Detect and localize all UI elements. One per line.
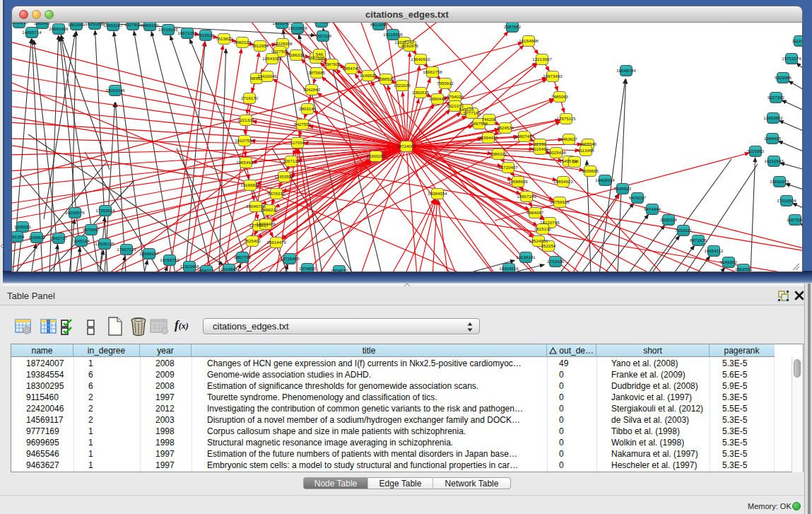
svg-text:1514943: 1514943 — [220, 267, 238, 271]
svg-text:10958107: 10958107 — [139, 251, 159, 256]
svg-text:1733426: 1733426 — [547, 259, 565, 264]
svg-text:9245652: 9245652 — [720, 259, 738, 264]
svg-text:9227342: 9227342 — [767, 95, 785, 100]
svg-text:1112448: 1112448 — [792, 38, 802, 43]
svg-text:6479197: 6479197 — [629, 195, 647, 200]
svg-text:64: 64 — [572, 159, 577, 164]
svg-text:23420046: 23420046 — [257, 74, 277, 78]
svg-text:9146821: 9146821 — [360, 73, 377, 78]
svg-text:2803144: 2803144 — [299, 106, 317, 111]
svg-text:1327602: 1327602 — [124, 23, 142, 27]
svg-text:7386322: 7386322 — [490, 151, 507, 156]
svg-text:10025438: 10025438 — [546, 150, 566, 155]
svg-text:8186328: 8186328 — [288, 52, 305, 57]
svg-text:16251802: 16251802 — [85, 23, 105, 26]
svg-text:16409514: 16409514 — [595, 177, 615, 182]
svg-text:1374853: 1374853 — [299, 266, 317, 271]
svg-text:1615132: 1615132 — [534, 226, 552, 231]
svg-text:7625402: 7625402 — [244, 238, 261, 243]
svg-text:4192876: 4192876 — [401, 43, 419, 48]
svg-text:9329966: 9329966 — [775, 75, 792, 80]
svg-text:2942737: 2942737 — [50, 235, 68, 240]
svg-text:9242843: 9242843 — [303, 87, 321, 92]
svg-text:1145194: 1145194 — [73, 238, 90, 243]
svg-text:15716485: 15716485 — [280, 256, 300, 261]
svg-text:1322035: 1322035 — [394, 83, 411, 88]
svg-text:16210643: 16210643 — [764, 158, 784, 163]
svg-text:7357224: 7357224 — [314, 33, 332, 38]
svg-text:6466160: 6466160 — [141, 23, 159, 28]
svg-text:20206576: 20206576 — [65, 210, 85, 215]
svg-text:19654923: 19654923 — [553, 179, 573, 184]
svg-text:2087682: 2087682 — [504, 24, 522, 29]
svg-text:16033809: 16033809 — [288, 25, 307, 30]
svg-text:2053135: 2053135 — [12, 23, 28, 25]
svg-text:10807487: 10807487 — [514, 134, 534, 139]
svg-text:9639695: 9639695 — [582, 168, 599, 173]
svg-text:19654923: 19654923 — [236, 160, 256, 165]
svg-text:16648784: 16648784 — [616, 68, 636, 73]
svg-text:7955812: 7955812 — [437, 81, 454, 86]
svg-text:3875685: 3875685 — [308, 70, 326, 75]
svg-text:23226058: 23226058 — [273, 41, 293, 46]
svg-text:18304516: 18304516 — [499, 266, 519, 271]
svg-text:1167534: 1167534 — [787, 217, 802, 222]
svg-text:25300293: 25300293 — [366, 153, 386, 158]
svg-text:14136141: 14136141 — [516, 255, 536, 259]
svg-text:9463627: 9463627 — [560, 136, 578, 141]
svg-text:9465546: 9465546 — [579, 141, 597, 146]
svg-text:20691406: 20691406 — [49, 26, 69, 31]
svg-text:18907249: 18907249 — [517, 194, 536, 199]
svg-text:10653267: 10653267 — [103, 23, 123, 28]
svg-text:1965407: 1965407 — [34, 23, 52, 25]
svg-text:16961758: 16961758 — [423, 69, 442, 74]
svg-text:1904637: 1904637 — [331, 268, 348, 271]
svg-text:19218506: 19218506 — [383, 32, 403, 37]
svg-text:18724007: 18724007 — [396, 144, 416, 148]
svg-text:9327509: 9327509 — [271, 49, 289, 54]
svg-text:1990448: 1990448 — [429, 96, 447, 101]
svg-text:12975115: 12975115 — [556, 116, 576, 121]
svg-text:252254: 252254 — [541, 243, 556, 248]
svg-text:1156829: 1156829 — [28, 235, 45, 240]
svg-text:8471676: 8471676 — [690, 238, 707, 243]
svg-text:7485063: 7485063 — [551, 94, 569, 99]
svg-text:7632621: 7632621 — [675, 228, 693, 233]
svg-text:17957223: 17957223 — [117, 247, 136, 252]
svg-text:10719155: 10719155 — [158, 27, 178, 32]
svg-text:9643110: 9643110 — [313, 23, 330, 24]
svg-text:10688609: 10688609 — [508, 179, 528, 184]
svg-text:16107554: 16107554 — [235, 138, 254, 143]
svg-text:3267130: 3267130 — [283, 158, 300, 163]
svg-text:14055714: 14055714 — [22, 30, 42, 35]
svg-text:20364436: 20364436 — [478, 135, 498, 140]
svg-text:19524851: 19524851 — [529, 238, 548, 243]
svg-text:10973493: 10973493 — [543, 74, 563, 78]
svg-text:10543362: 10543362 — [262, 56, 282, 61]
svg-text:12505135: 12505135 — [95, 241, 114, 246]
svg-text:16120746: 16120746 — [540, 220, 560, 225]
svg-text:9975867: 9975867 — [83, 227, 100, 232]
svg-text:8660123: 8660123 — [234, 40, 252, 45]
svg-text:3912954: 3912954 — [252, 43, 269, 48]
svg-text:117004: 117004 — [290, 140, 305, 145]
svg-text:1221339: 1221339 — [237, 117, 255, 122]
svg-text:8454749: 8454749 — [343, 66, 360, 71]
svg-text:9474444: 9474444 — [644, 206, 661, 211]
svg-text:62160: 62160 — [534, 141, 546, 146]
svg-text:16914479: 16914479 — [266, 240, 286, 245]
svg-text:7515526: 7515526 — [197, 33, 215, 37]
svg-text:15692971: 15692971 — [770, 179, 789, 184]
svg-text:2367608: 2367608 — [324, 62, 341, 66]
svg-text:6497568: 6497568 — [471, 121, 488, 126]
svg-text:9684067: 9684067 — [526, 210, 544, 215]
svg-text:1362615: 1362615 — [412, 90, 430, 95]
svg-text:2718170: 2718170 — [241, 95, 259, 100]
svg-text:12353594: 12353594 — [274, 174, 294, 179]
svg-text:9777169: 9777169 — [464, 110, 481, 115]
svg-text:10756928: 10756928 — [550, 199, 570, 204]
svg-text:13640910: 13640910 — [411, 57, 430, 62]
svg-text:14099489: 14099489 — [256, 221, 276, 226]
svg-text:1635061: 1635061 — [14, 224, 32, 229]
svg-text:12213967: 12213967 — [532, 57, 552, 62]
